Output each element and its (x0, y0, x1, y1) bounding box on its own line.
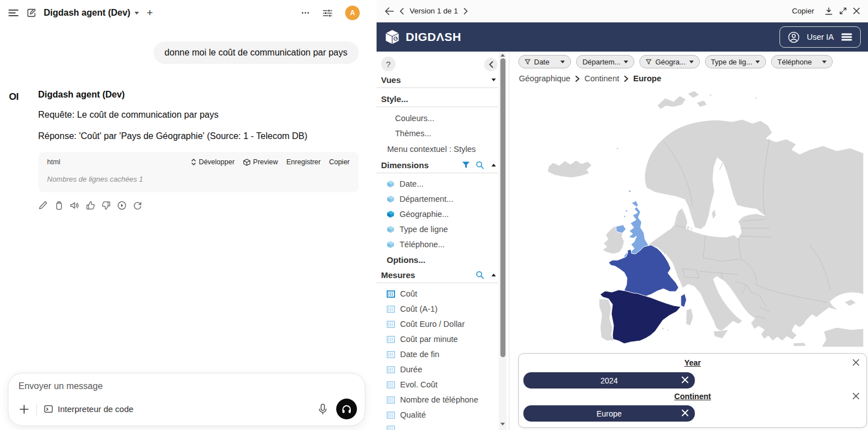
dimension-item-geographie[interactable]: Géographie... (387, 210, 499, 219)
assistant-name: Digdash agent (Dev) (38, 90, 359, 100)
measure-icon (387, 426, 395, 430)
measure-icon (387, 321, 395, 328)
thumbs-down-icon[interactable] (101, 201, 111, 210)
funnel-icon (524, 59, 531, 65)
mesures-section-header[interactable]: Mesures (381, 270, 499, 280)
version-next-icon[interactable] (463, 8, 468, 15)
assistant-response-line: Réponse: 'Coût' par 'Pays de Géographie'… (38, 130, 359, 142)
code-save-button[interactable]: Enregistrer (286, 158, 321, 166)
chevron-right-icon (624, 76, 628, 82)
measure-item-evol-cout[interactable]: Evol. Coût (387, 380, 499, 389)
scroll-down-arrow[interactable] (500, 423, 505, 426)
headphones-icon (341, 404, 352, 414)
map-spain[interactable] (600, 290, 681, 344)
microphone-icon[interactable] (318, 404, 327, 415)
collapse-sidebar-button[interactable] (484, 58, 498, 71)
thumbs-up-icon[interactable] (86, 201, 95, 210)
more-options-icon[interactable] (300, 8, 310, 18)
sidebar-toggle-icon[interactable] (8, 7, 19, 19)
vues-section-header[interactable]: Vues (381, 75, 499, 85)
map-sardinia (686, 308, 693, 326)
read-aloud-icon[interactable] (69, 201, 80, 210)
map-northern-ireland (616, 225, 626, 233)
dimension-item-departement[interactable]: Département... (387, 195, 499, 204)
remove-2024-value-button[interactable] (681, 376, 689, 383)
code-expand-button[interactable]: Développer (191, 158, 235, 166)
chat-model-title[interactable]: Digdash agent (Dev) (44, 8, 139, 18)
measure-item-cout[interactable]: Coût (387, 289, 499, 298)
version-prev-icon[interactable] (400, 8, 404, 15)
measure-item-cout-par-minute[interactable]: Coût par minute (387, 335, 499, 344)
dimension-item-telephone[interactable]: Téléphone... (387, 240, 499, 249)
map-svalbard (657, 96, 686, 109)
dimension-item-date[interactable]: Date... (387, 179, 499, 188)
dimension-item-type-de-ligne[interactable]: Type de ligne (387, 225, 499, 234)
remove-europe-value-button[interactable] (681, 409, 689, 417)
download-icon[interactable] (824, 7, 833, 16)
user-message-row: donne moi le coût de communication par p… (0, 41, 368, 64)
composer[interactable]: Envoyer un message Interpreteur de code (8, 373, 365, 426)
measure-item-cout-euro-dollar[interactable]: Coût Euro / Dollar (387, 320, 499, 329)
breadcrumb-geographique[interactable]: Géographique (519, 74, 570, 83)
measure-icon-selected (387, 290, 395, 298)
filter-section-year-title: Year (519, 358, 866, 367)
edit-icon[interactable] (38, 201, 48, 210)
breadcrumb-continent[interactable]: Continent (584, 74, 619, 83)
measure-item-date-de-fin[interactable]: Date de fin (387, 350, 499, 359)
code-preview-button[interactable]: Preview (243, 158, 278, 166)
chevron-down-icon (491, 78, 496, 81)
filter-chip-geographie[interactable]: Géogra... (639, 55, 699, 68)
chevron-down-icon (624, 61, 628, 63)
controls-sliders-icon[interactable] (322, 8, 333, 19)
back-arrow-icon[interactable] (384, 7, 394, 15)
fullscreen-icon[interactable] (839, 7, 847, 15)
preview-copy-button[interactable]: Copier (792, 7, 814, 15)
search-icon[interactable] (476, 271, 484, 279)
measure-item-nombre-de-telephone[interactable]: Nombre de téléphone (387, 395, 499, 404)
style-section-header[interactable]: Style... (381, 94, 499, 104)
composer-placeholder[interactable]: Envoyer un message (18, 381, 355, 391)
style-item-menu-contextuel[interactable]: Menu contextuel : Styles (387, 145, 499, 154)
user-avatar[interactable]: A (345, 6, 360, 20)
copy-icon[interactable] (54, 201, 63, 210)
dimensions-section-header[interactable]: Dimensions (381, 160, 499, 170)
filter-chip-telephone[interactable]: Téléphone (771, 55, 832, 68)
chevron-down-icon (560, 61, 565, 63)
style-item-couleurs[interactable]: Couleurs... (395, 114, 499, 123)
temp-chat-plus-button[interactable]: + (147, 7, 153, 19)
options-link[interactable]: Options... (387, 255, 499, 265)
search-icon[interactable] (476, 161, 484, 169)
regenerate-icon[interactable] (133, 201, 142, 210)
scrollbar-thumb[interactable] (500, 58, 505, 357)
sidebar-scrollbar[interactable] (499, 52, 507, 430)
measure-item-qualite[interactable]: Qualité (387, 410, 499, 419)
attach-plus-icon[interactable] (18, 404, 30, 415)
new-chat-icon[interactable] (26, 7, 37, 19)
scroll-up-arrow[interactable] (500, 54, 505, 57)
code-copy-button[interactable]: Copier (329, 158, 350, 166)
measure-item-cout-a1[interactable]: Coût (A-1) (387, 304, 499, 313)
filter-chip-departement[interactable]: Départem... (576, 55, 634, 68)
close-icon[interactable] (853, 7, 860, 15)
continue-play-icon[interactable] (117, 201, 127, 210)
filter-funnel-icon[interactable] (462, 161, 470, 169)
style-item-themes[interactable]: Thèmes... (395, 129, 499, 138)
voice-mode-button[interactable] (336, 399, 357, 419)
digdash-brand-text: DIGDΛSH (406, 30, 461, 44)
measure-icon (387, 411, 395, 419)
remove-continent-filter-button[interactable] (852, 392, 860, 400)
europe-choropleth-map[interactable] (516, 88, 864, 347)
measure-item-duree[interactable]: Durée (387, 365, 499, 374)
cube-icon (387, 241, 394, 248)
breadcrumb-europe[interactable]: Europe (633, 74, 661, 83)
filter-chip-date[interactable]: Date (518, 55, 571, 68)
code-interpreter-toggle[interactable]: Interpreteur de code (44, 404, 133, 414)
help-button[interactable]: ? (381, 57, 396, 71)
chevron-right-icon (575, 76, 579, 82)
remove-year-filter-button[interactable] (852, 359, 860, 366)
user-menu-pill[interactable]: User IA (779, 26, 861, 48)
filter-chip-type-de-ligne[interactable]: Type de lig... (705, 55, 767, 68)
code-hidden-lines-note: Nombres de lignes cachées 1 (47, 175, 350, 183)
measure-item-partial[interactable] (387, 426, 499, 430)
measure-icon (387, 306, 395, 313)
